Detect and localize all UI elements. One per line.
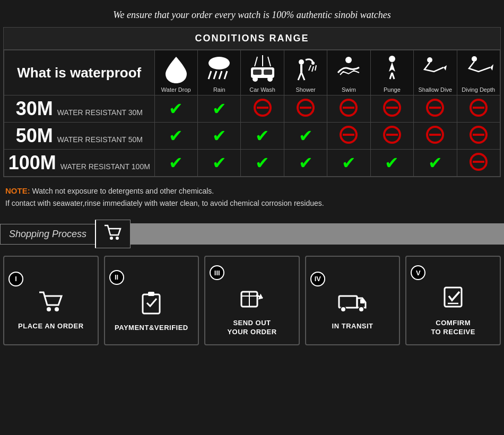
cell-1: ✔ bbox=[197, 95, 240, 123]
step-number-5: V bbox=[411, 265, 425, 280]
check-mark: ✔ bbox=[342, 153, 356, 172]
svg-line-19 bbox=[312, 66, 314, 72]
icon-car-wash: Car Wash bbox=[241, 50, 284, 95]
icon-water-drop: Water Drop bbox=[154, 50, 197, 95]
cell-7 bbox=[457, 95, 500, 123]
step-label-5: COMFIRM TO RECEIVE bbox=[431, 319, 475, 337]
no-mark bbox=[469, 125, 488, 144]
step-box-5: VCOMFIRM TO RECEIVE bbox=[405, 256, 501, 345]
step-number-1: I bbox=[8, 272, 23, 286]
step-box-2: IIPAYMENT&VERIFIED bbox=[104, 256, 199, 345]
svg-point-25 bbox=[472, 56, 477, 62]
resistance-meter: 50M bbox=[16, 125, 53, 147]
cart-icon-header bbox=[95, 220, 131, 248]
no-mark bbox=[383, 125, 402, 144]
no-mark bbox=[296, 98, 315, 117]
icon-shower-label: Shower bbox=[286, 86, 325, 93]
cell-2: ✔ bbox=[241, 123, 284, 150]
note-text: Watch not exposure to detergents and oth… bbox=[32, 187, 214, 195]
svg-line-20 bbox=[315, 65, 316, 71]
shopping-process-header: Shopping Process bbox=[0, 220, 504, 248]
svg-line-15 bbox=[298, 72, 301, 80]
svg-point-61 bbox=[359, 307, 364, 312]
cell-2: ✔ bbox=[241, 150, 284, 177]
resistance-meter: 30M bbox=[16, 98, 53, 120]
step-label-2: PAYMENT&VERIFIED bbox=[115, 324, 188, 333]
svg-point-17 bbox=[311, 62, 315, 65]
step-number-2: II bbox=[109, 270, 124, 285]
cell-0: ✔ bbox=[154, 150, 197, 177]
svg-point-23 bbox=[427, 57, 432, 63]
icon-shallow-dive-label: Shallow Dive bbox=[416, 86, 454, 93]
cell-5 bbox=[370, 123, 413, 150]
svg-point-13 bbox=[299, 59, 304, 65]
cell-4: ✔ bbox=[327, 150, 370, 177]
icon-punge-label: Punge bbox=[373, 86, 411, 93]
check-mark: ✔ bbox=[255, 126, 270, 145]
cell-2 bbox=[241, 95, 284, 123]
check-mark: ✔ bbox=[212, 126, 227, 145]
svg-line-12 bbox=[268, 57, 271, 66]
svg-rect-53 bbox=[148, 292, 154, 296]
icon-diving-depth-label: Diving Depth bbox=[459, 86, 498, 93]
svg-point-51 bbox=[55, 307, 59, 311]
svg-rect-58 bbox=[339, 296, 357, 308]
icon-punge: Punge bbox=[370, 50, 413, 95]
resistance-text: WATER RESISTANT 50M bbox=[57, 135, 143, 144]
step-number-4: IV bbox=[310, 272, 325, 286]
icon-water-drop-label: Water Drop bbox=[157, 86, 195, 93]
conditions-header: CONDITIONS RANGE bbox=[4, 28, 500, 50]
check-mark: ✔ bbox=[169, 99, 183, 118]
step-icon-3 bbox=[238, 284, 266, 315]
resistance-text: WATER RESISTANT 100M bbox=[60, 162, 150, 171]
svg-point-60 bbox=[341, 307, 346, 312]
svg-rect-14 bbox=[300, 65, 302, 72]
note-label: NOTE: bbox=[5, 186, 30, 195]
no-mark bbox=[253, 98, 272, 117]
check-mark: ✔ bbox=[212, 153, 227, 172]
no-mark bbox=[469, 152, 488, 171]
cell-6: ✔ bbox=[414, 150, 457, 177]
step-box-4: IVIN TRANSIT bbox=[305, 256, 401, 345]
tagline: We ensure that your order every watch is… bbox=[0, 0, 504, 27]
what-is-waterproof-label: What is waterproof bbox=[17, 65, 141, 81]
icon-shallow-dive: Shallow Dive bbox=[414, 50, 457, 95]
cell-7 bbox=[457, 150, 500, 177]
icon-swim-label: Swim bbox=[329, 86, 368, 93]
no-mark bbox=[425, 98, 445, 117]
check-mark: ✔ bbox=[299, 126, 313, 145]
resistance-label-cell: 100MWATER RESISTANT 100M bbox=[4, 150, 155, 177]
cell-1: ✔ bbox=[197, 123, 240, 150]
resistance-meter: 100M bbox=[8, 152, 56, 174]
svg-rect-59 bbox=[360, 299, 364, 303]
svg-point-0 bbox=[208, 57, 230, 69]
process-bar bbox=[131, 223, 504, 245]
cell-5: ✔ bbox=[370, 150, 413, 177]
check-mark: ✔ bbox=[385, 153, 399, 172]
step-label-3: SEND OUT YOUR ORDER bbox=[227, 319, 276, 337]
no-mark bbox=[339, 98, 358, 117]
waterproof-table: What is waterproof Water Drop bbox=[4, 50, 500, 177]
icon-shower: Shower bbox=[284, 50, 327, 95]
check-mark: ✔ bbox=[428, 153, 442, 172]
step-icon-2 bbox=[138, 289, 164, 319]
no-mark bbox=[339, 125, 358, 144]
steps-container: IPLACE AN ORDERIIPAYMENT&VERIFIEDIIISEND… bbox=[0, 248, 504, 353]
svg-line-16 bbox=[301, 72, 305, 80]
cell-1: ✔ bbox=[197, 150, 240, 177]
check-mark: ✔ bbox=[169, 153, 183, 172]
cell-6 bbox=[414, 95, 457, 123]
icon-swim: Swim bbox=[327, 50, 370, 95]
icon-rain-label: Rain bbox=[200, 86, 238, 93]
svg-point-49 bbox=[116, 237, 119, 240]
cell-0: ✔ bbox=[154, 95, 197, 123]
cell-3: ✔ bbox=[284, 150, 327, 177]
step-box-3: IIISEND OUT YOUR ORDER bbox=[204, 256, 300, 345]
waterproof-section: CONDITIONS RANGE What is waterproof Wate… bbox=[3, 27, 501, 177]
icon-rain: Rain bbox=[197, 50, 240, 95]
svg-point-21 bbox=[345, 57, 352, 63]
step-label-1: PLACE AN ORDER bbox=[18, 322, 84, 331]
shopping-process-label: Shopping Process bbox=[0, 224, 95, 245]
cell-3 bbox=[284, 95, 327, 123]
step-box-1: IPLACE AN ORDER bbox=[3, 256, 99, 345]
